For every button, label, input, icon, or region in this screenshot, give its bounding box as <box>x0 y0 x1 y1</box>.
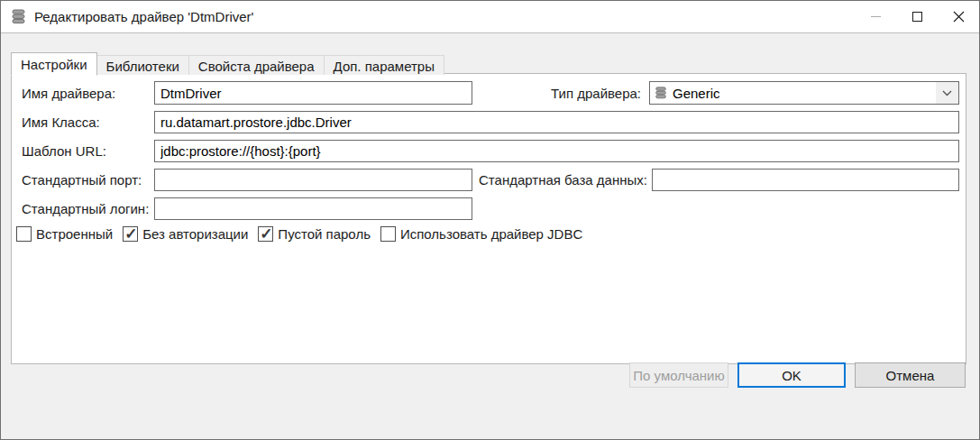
driver-type-dropdown-button[interactable] <box>936 82 958 104</box>
chevron-down-icon <box>942 90 952 96</box>
class-name-label: Имя Класса: <box>22 115 154 130</box>
driver-type-label: Тип драйвера: <box>551 86 649 101</box>
form-row-default-login: Стандартный логин: <box>22 197 959 220</box>
tab-additional-parameters-label: Доп. параметры <box>334 59 435 74</box>
default-login-input[interactable] <box>154 197 472 220</box>
tab-libraries-label: Библиотеки <box>106 59 179 74</box>
tab-settings-label: Настройки <box>21 57 87 72</box>
minimize-icon <box>871 16 881 17</box>
tab-driver-properties-label: Свойста драйвера <box>198 59 315 74</box>
titlebar: Редактировать драйвер 'DtmDriver' <box>1 1 979 33</box>
default-database-label: Стандартная база данных: <box>479 172 652 188</box>
settings-panel: Имя драйвера: Тип драйвера: Generic <box>11 73 966 364</box>
dialog-title: Редактировать драйвер 'DtmDriver' <box>34 9 253 24</box>
window-controls <box>855 1 979 32</box>
tab-driver-properties[interactable]: Свойста драйвера <box>188 55 325 75</box>
database-icon <box>11 9 26 24</box>
tab-strip: Настройки Библиотеки Свойста драйвера До… <box>11 52 444 75</box>
checkbox-no-authorization-label: Без авторизации <box>142 226 248 242</box>
database-icon <box>655 87 667 99</box>
defaults-button: По умолчанию <box>629 362 728 388</box>
cancel-button[interactable]: Отмена <box>855 362 966 388</box>
ok-button-label: OK <box>782 368 801 383</box>
maximize-icon <box>912 12 922 22</box>
default-port-label: Стандартный порт: <box>22 172 154 188</box>
checkbox-embedded-box[interactable] <box>16 226 32 242</box>
button-bar: По умолчанию OK Отмена <box>629 362 966 388</box>
driver-type-value: Generic <box>673 86 936 101</box>
close-icon <box>953 11 965 23</box>
tab-additional-parameters[interactable]: Доп. параметры <box>324 55 444 75</box>
checkbox-embedded-label: Встроенный <box>36 226 113 242</box>
checkbox-use-jdbc-driver-label: Использовать драйвер JDBC <box>400 226 582 242</box>
default-database-input[interactable] <box>652 169 959 191</box>
checkbox-empty-password[interactable]: Пустой пароль <box>258 226 371 242</box>
url-template-input[interactable] <box>154 140 959 162</box>
default-port-input[interactable] <box>154 169 472 191</box>
checkbox-empty-password-box[interactable] <box>258 226 273 242</box>
checkbox-embedded[interactable]: Встроенный <box>16 226 113 242</box>
defaults-button-label: По умолчанию <box>633 368 724 383</box>
driver-type-select[interactable]: Generic <box>649 81 959 105</box>
checkbox-empty-password-label: Пустой пароль <box>278 226 371 242</box>
form-row-class-name: Имя Класса: <box>22 111 959 133</box>
form-row-driver-name: Имя драйвера: Тип драйвера: Generic <box>22 81 959 105</box>
driver-name-label: Имя драйвера: <box>22 86 154 101</box>
close-button[interactable] <box>938 1 979 32</box>
class-name-input[interactable] <box>154 111 959 133</box>
minimize-button[interactable] <box>855 1 896 32</box>
url-template-label: Шаблон URL: <box>22 143 154 159</box>
form-row-default-port: Стандартный порт: Стандартная база данны… <box>22 169 959 191</box>
cancel-button-label: Отмена <box>886 368 935 383</box>
checkbox-use-jdbc-driver[interactable]: Использовать драйвер JDBC <box>380 226 582 242</box>
form-row-url-template: Шаблон URL: <box>22 140 959 162</box>
checkbox-no-authorization-box[interactable] <box>123 226 138 242</box>
edit-driver-dialog: Редактировать драйвер 'DtmDriver' Настро… <box>0 0 980 440</box>
checkbox-use-jdbc-driver-box[interactable] <box>380 226 396 242</box>
checkbox-row: Встроенный Без авторизации Пустой пароль… <box>16 226 959 242</box>
checkbox-no-authorization[interactable]: Без авторизации <box>123 226 248 242</box>
tab-libraries[interactable]: Библиотеки <box>96 55 189 75</box>
ok-button[interactable]: OK <box>737 362 846 388</box>
default-login-label: Стандартный логин: <box>22 201 154 216</box>
tab-settings[interactable]: Настройки <box>11 52 97 76</box>
driver-name-input[interactable] <box>154 81 472 105</box>
maximize-button[interactable] <box>896 1 938 32</box>
